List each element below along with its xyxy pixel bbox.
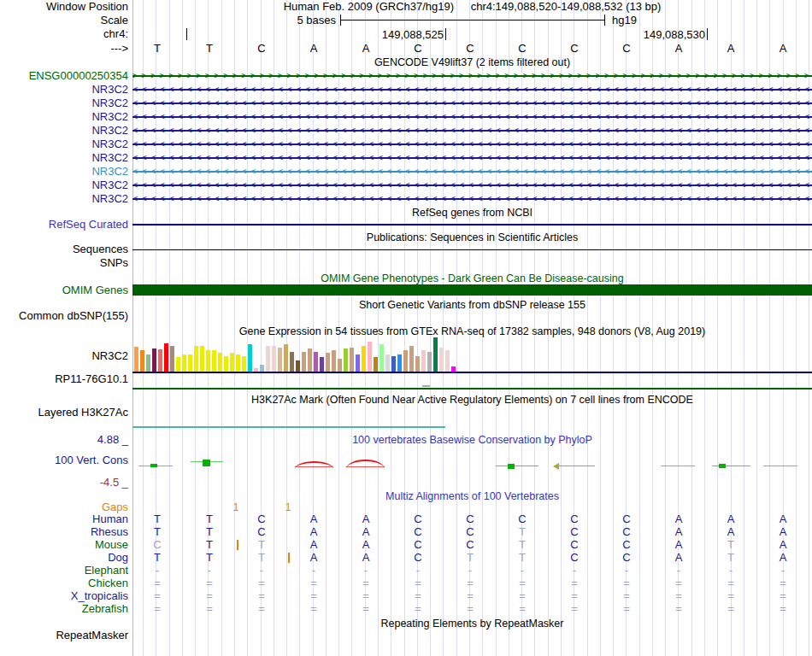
gtex-bar[interactable] xyxy=(332,350,336,372)
gtex-bar[interactable] xyxy=(140,350,144,372)
gtex-bar[interactable] xyxy=(152,348,156,372)
gtex-bar[interactable] xyxy=(368,342,372,372)
common-dbsnp-label[interactable]: Common dbSNP(155) xyxy=(0,310,128,322)
gtex-bar[interactable] xyxy=(272,346,276,372)
gene-label-nr3c2[interactable]: NR3C2 xyxy=(0,83,128,97)
h3k27ac-signal-line[interactable] xyxy=(132,426,445,428)
gtex-bar[interactable] xyxy=(242,356,246,372)
gene-label-nr3c2[interactable]: NR3C2 xyxy=(0,165,128,179)
gene-label-nr3c2[interactable]: NR3C2 xyxy=(0,97,128,110)
gtex-bar[interactable] xyxy=(403,350,408,372)
species-label-human[interactable]: Human xyxy=(0,513,128,525)
gene-row-nr3c2[interactable]: <<<<<<<<<<<<<<<<<<<<<<<<<<<<<<<<<<<<<<<<… xyxy=(132,110,812,124)
gtex-bar[interactable] xyxy=(158,349,162,372)
layered-h3k27ac-label[interactable]: Layered H3K27Ac xyxy=(0,407,128,419)
gtex-bar[interactable] xyxy=(164,343,168,372)
gene-row-nr3c2[interactable]: <<<<<<<<<<<<<<<<<<<<<<<<<<<<<<<<<<<<<<<<… xyxy=(132,179,812,192)
gtex-bar[interactable] xyxy=(200,346,204,372)
species-label-elephant[interactable]: Elephant xyxy=(0,565,128,577)
gtex-bar[interactable] xyxy=(344,348,348,372)
phylop-track-title[interactable]: 100 vertebrates Basewise Conservation by… xyxy=(132,434,812,446)
gtex-bar[interactable] xyxy=(278,348,282,372)
rp11-gene-line[interactable] xyxy=(132,388,812,390)
gene-label-nr3c2[interactable]: NR3C2 xyxy=(0,179,128,192)
gtex-bar[interactable] xyxy=(415,356,420,372)
gtex-bar[interactable] xyxy=(308,348,312,372)
publications-track-title[interactable]: Publications: Sequences in Scientific Ar… xyxy=(132,231,812,243)
refseq-curated-label[interactable]: RefSeq Curated xyxy=(0,219,128,231)
gtex-bar[interactable] xyxy=(188,354,192,372)
gtex-bar[interactable] xyxy=(326,353,330,372)
gene-label-nr3c2[interactable]: NR3C2 xyxy=(0,138,128,151)
species-label-rhesus[interactable]: Rhesus xyxy=(0,526,128,538)
gtex-bar[interactable] xyxy=(266,346,270,372)
gene-row-ensg00000250354[interactable]: >>>>>>>>>>>>>>>>>>>>>>>>>>>>>>>>>>>>>>>>… xyxy=(132,69,812,83)
gene-label-nr3c2[interactable]: NR3C2 xyxy=(0,151,128,165)
gtex-bar[interactable] xyxy=(391,356,396,372)
gtex-bar[interactable] xyxy=(380,344,384,372)
gtex-bar[interactable] xyxy=(248,344,252,372)
gene-label-ensg00000250354[interactable]: ENSG00000250354 xyxy=(0,69,128,83)
gtex-expression-bars[interactable] xyxy=(132,336,812,372)
gene-row-nr3c2[interactable]: <<<<<<<<<<<<<<<<<<<<<<<<<<<<<<<<<<<<<<<<… xyxy=(132,192,812,206)
gtex-bar[interactable] xyxy=(296,360,300,372)
gene-label-nr3c2[interactable]: NR3C2 xyxy=(0,124,128,138)
gtex-bar[interactable] xyxy=(356,354,360,372)
gtex-bar[interactable] xyxy=(170,346,174,372)
repeatmasker-track-title[interactable]: Repeating Elements by RepeatMasker xyxy=(132,618,812,630)
gtex-bar[interactable] xyxy=(433,337,438,372)
gtex-gene-label[interactable]: NR3C2 xyxy=(0,350,128,362)
gtex-bar[interactable] xyxy=(182,354,186,372)
dbsnp-track-title[interactable]: Short Genetic Variants from dbSNP releas… xyxy=(132,299,812,311)
sequences-item[interactable] xyxy=(132,249,812,250)
gtex-bar[interactable] xyxy=(421,350,426,372)
vert-cons-label[interactable]: 100 Vert. Cons xyxy=(0,454,128,466)
refseq-track-title[interactable]: RefSeq genes from NCBI xyxy=(132,207,812,219)
gene-row-nr3c2[interactable]: <<<<<<<<<<<<<<<<<<<<<<<<<<<<<<<<<<<<<<<<… xyxy=(132,124,812,138)
gtex-bar[interactable] xyxy=(290,352,294,372)
h3k27ac-track-title[interactable]: H3K27Ac Mark (Often Found Near Active Re… xyxy=(132,394,812,406)
gene-row-nr3c2[interactable]: <<<<<<<<<<<<<<<<<<<<<<<<<<<<<<<<<<<<<<<<… xyxy=(132,97,812,110)
species-label-dog[interactable]: Dog xyxy=(0,552,128,564)
gtex-bar[interactable] xyxy=(338,359,342,372)
gencode-track-title[interactable]: GENCODE V49lift37 (2 items filtered out) xyxy=(132,56,812,68)
snps-label[interactable]: SNPs xyxy=(0,257,128,269)
gtex-bar[interactable] xyxy=(409,346,414,372)
gtex-bar[interactable] xyxy=(236,354,240,372)
species-label-x_tropicalis[interactable]: X_tropicalis xyxy=(0,590,128,602)
gene-row-nr3c2[interactable]: <<<<<<<<<<<<<<<<<<<<<<<<<<<<<<<<<<<<<<<<… xyxy=(132,138,812,151)
rp11-label[interactable]: RP11-76G10.1 xyxy=(0,373,128,385)
gtex-bar[interactable] xyxy=(212,350,216,372)
gtex-bar[interactable] xyxy=(350,348,354,372)
gtex-bar[interactable] xyxy=(230,353,234,372)
repeatmasker-label[interactable]: RepeatMasker xyxy=(0,630,128,641)
omim-genes-label[interactable]: OMIM Genes xyxy=(0,284,128,296)
gtex-bar[interactable] xyxy=(385,354,390,372)
refseq-curated-item[interactable] xyxy=(132,224,812,226)
gtex-bar[interactable] xyxy=(302,352,306,372)
gtex-bar[interactable] xyxy=(206,350,210,372)
gtex-bar[interactable] xyxy=(224,356,228,372)
rp11-exon-dash[interactable] xyxy=(422,385,430,387)
gtex-bar[interactable] xyxy=(374,357,378,372)
species-label-zebrafish[interactable]: Zebrafish xyxy=(0,603,128,615)
gtex-bar[interactable] xyxy=(427,352,432,372)
gtex-bar[interactable] xyxy=(320,357,324,372)
omim-gene-bar[interactable] xyxy=(132,284,812,296)
gtex-bar[interactable] xyxy=(445,350,450,372)
gtex-bar[interactable] xyxy=(362,346,366,372)
sequences-label[interactable]: Sequences xyxy=(0,243,128,255)
gtex-bar[interactable] xyxy=(134,347,138,372)
multiz-track-title[interactable]: Multiz Alignments of 100 Vertebrates xyxy=(132,490,812,502)
gtex-bar[interactable] xyxy=(176,357,180,372)
gtex-bar[interactable] xyxy=(397,354,402,372)
omim-track-title[interactable]: OMIM Gene Phenotypes - Dark Green Can Be… xyxy=(132,272,812,284)
gene-row-nr3c2[interactable]: <<<<<<<<<<<<<<<<<<<<<<<<<<<<<<<<<<<<<<<<… xyxy=(132,165,812,179)
gtex-bar[interactable] xyxy=(284,344,288,372)
species-label-mouse[interactable]: Mouse xyxy=(0,539,128,551)
species-label-chicken[interactable]: Chicken xyxy=(0,577,128,589)
gtex-bar[interactable] xyxy=(194,346,198,372)
gtex-bar[interactable] xyxy=(218,353,222,372)
gene-row-nr3c2[interactable]: <<<<<<<<<<<<<<<<<<<<<<<<<<<<<<<<<<<<<<<<… xyxy=(132,151,812,165)
gene-row-nr3c2[interactable]: <<<<<<<<<<<<<<<<<<<<<<<<<<<<<<<<<<<<<<<<… xyxy=(132,83,812,97)
